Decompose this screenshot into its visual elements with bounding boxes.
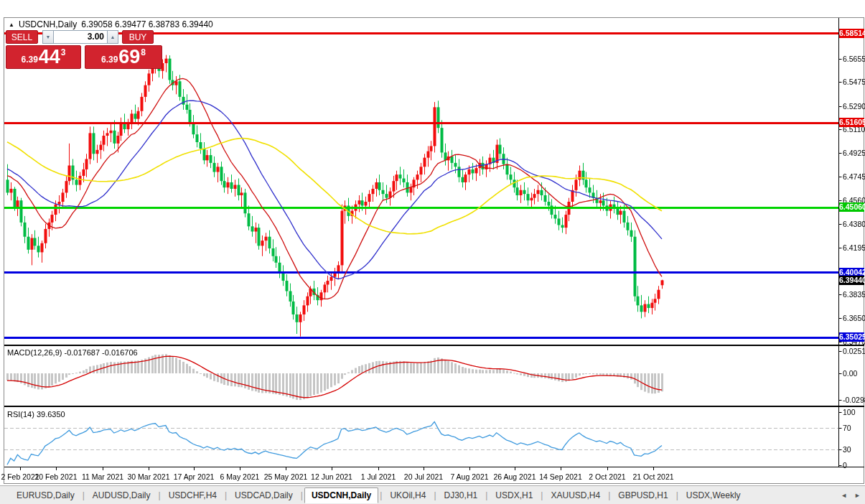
date-axis-label: 7 Aug 2021: [450, 472, 488, 481]
buy-price-prefix: 6.39: [101, 55, 118, 65]
price-axis-tick: 6.38350: [843, 290, 865, 299]
price-axis-tick: 6.52900: [843, 102, 865, 111]
trade-controls-row: SELL ▼ 3.00 ▲ BUY: [6, 30, 162, 44]
tab-divider: |: [607, 490, 612, 500]
buy-button[interactable]: BUY: [122, 30, 154, 44]
tab-divider: |: [675, 490, 680, 500]
date-axis-label: 14 Sep 2021: [539, 472, 582, 481]
date-axis-label: 17 Apr 2021: [174, 472, 215, 481]
volume-decrease-button[interactable]: ▼: [42, 30, 54, 44]
date-axis-label: 30 Mar 2021: [128, 472, 170, 481]
date-axis-label: 21 Oct 2021: [632, 472, 673, 481]
chart-tab-bar: EURUSD,Daily|AUDUSD,Daily|USDCHF,H4|USDC…: [0, 485, 865, 504]
chart-tab-usdx-h1[interactable]: USDX,H1: [489, 488, 539, 503]
one-click-trading-panel: SELL ▼ 3.00 ▲ BUY 6.39 44 3 6.39 69 8: [6, 30, 162, 69]
tab-scroll-arrows: ◄ ►: [841, 486, 861, 504]
sell-price-main: 44: [39, 47, 60, 67]
price-axis-tick: 6.49250: [843, 149, 865, 157]
macd-axis-tick: -0.02988: [843, 396, 865, 404]
tab-divider: |: [157, 490, 162, 500]
macd-indicator-label: MACD(12,26,9) -0.017687 -0.016706: [7, 348, 138, 357]
chart-title: ▲ USDCNH,Daily 6.39058 6.39477 6.38783 6…: [9, 19, 213, 29]
tab-divider: |: [539, 490, 544, 500]
chart-tab-usdcnh-daily[interactable]: USDCNH,Daily: [304, 487, 378, 503]
tab-divider: |: [484, 490, 489, 500]
rsi-axis-tick: 0: [843, 461, 847, 470]
chart-tab-gbpusd-h1[interactable]: GBPUSD,H1: [612, 488, 674, 503]
spinner-down-icon: ▼: [46, 34, 51, 39]
chart-tab-audusd-daily[interactable]: AUDUSD,Daily: [86, 488, 157, 503]
price-level-tag: 6.39440: [839, 276, 864, 285]
tab-scroll-left-icon[interactable]: ◄: [841, 492, 847, 499]
trade-prices-row: 6.39 44 3 6.39 69 8: [6, 45, 162, 69]
tab-divider: |: [432, 490, 437, 500]
date-axis-label: 11 Mar 2021: [82, 472, 123, 481]
chart-tab-usdcad-daily[interactable]: USDCAD,Daily: [228, 488, 299, 503]
price-axis-tick: 6.54750: [843, 78, 865, 86]
date-axis-label: 6 May 2021: [220, 472, 260, 481]
price-level-tag: 6.58514: [839, 29, 864, 38]
rsi-axis-tick: 30: [843, 445, 851, 454]
price-axis-tick: 6.56550: [843, 55, 865, 63]
tab-divider: |: [223, 490, 228, 500]
sell-price-pip: 3: [61, 47, 66, 57]
price-axis-tick: 6.36500: [843, 314, 865, 322]
chart-tabs: EURUSD,Daily|AUDUSD,Daily|USDCHF,H4|USDC…: [10, 487, 747, 503]
spinner-up-icon: ▲: [111, 34, 116, 39]
chart-tab-usdchf-h4[interactable]: USDCHF,H4: [162, 488, 223, 503]
date-axis-label: 25 May 2021: [264, 472, 308, 481]
price-axis-tick: 6.43800: [843, 220, 865, 228]
volume-increase-button[interactable]: ▲: [107, 30, 118, 44]
macd-axis-tick: 0.025108: [843, 347, 865, 355]
tab-scroll-right-icon[interactable]: ►: [854, 492, 861, 499]
chart-canvas[interactable]: [0, 0, 865, 485]
chart-tab-dj30-h1[interactable]: DJ30,H1: [438, 488, 485, 503]
buy-price-main: 69: [118, 47, 140, 67]
sell-button[interactable]: SELL: [6, 30, 38, 44]
tab-divider: |: [378, 490, 383, 500]
chart-tab-eurusd-daily[interactable]: EURUSD,Daily: [10, 488, 81, 503]
tab-divider: |: [81, 490, 86, 500]
chart-tab-usdx-weekly[interactable]: USDX,Weekly: [680, 488, 747, 503]
date-axis-label: 1 Jul 2021: [361, 472, 396, 481]
buy-price-pip: 8: [141, 47, 146, 57]
chart-tab-ukoil-h4[interactable]: UKOil,H4: [383, 488, 432, 503]
buy-price-button[interactable]: 6.39 69 8: [85, 45, 162, 69]
date-axis-label: 2 Feb 2021: [1, 472, 39, 481]
rsi-indicator-label: RSI(14) 39.6350: [7, 410, 65, 419]
date-axis-label: 12 Jun 2021: [311, 472, 352, 481]
price-axis-tick: 6.47450: [843, 172, 865, 181]
collapse-triangle-icon[interactable]: ▲: [9, 22, 14, 28]
sell-price-button[interactable]: 6.39 44 3: [6, 45, 81, 69]
date-axis-label: 2 Oct 2021: [589, 472, 625, 481]
date-axis-label: 20 Feb 2021: [35, 472, 78, 481]
date-axis-label: 26 Aug 2021: [494, 472, 536, 481]
tab-divider: |: [299, 490, 304, 500]
price-level-tag: 6.51605: [839, 118, 864, 127]
price-level-tag: 6.35025: [839, 332, 864, 342]
price-level-tag: 6.45060: [839, 202, 864, 212]
rsi-axis-tick: 100: [843, 408, 856, 416]
chart-ohlc-values: 6.39058 6.39477 6.38783 6.39440: [81, 19, 213, 29]
volume-input[interactable]: 3.00: [54, 30, 107, 44]
date-axis-label: 20 Jul 2021: [404, 472, 443, 481]
macd-axis-tick: 0.00: [843, 369, 857, 378]
chart-tab-xauusd-h4[interactable]: XAUUSD,H4: [544, 488, 607, 503]
trading-platform-window: 5M30H1H4D1W1MN ▲ USDCNH,Daily 6.39058 6.…: [0, 0, 865, 504]
price-axis-tick: 6.41950: [843, 243, 865, 252]
chart-symbol-period: USDCNH,Daily: [19, 19, 77, 29]
rsi-axis-tick: 70: [843, 424, 851, 432]
sell-price-prefix: 6.39: [21, 55, 37, 65]
